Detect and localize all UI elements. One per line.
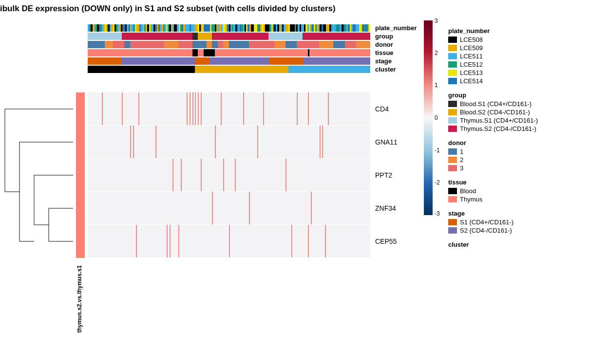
legend-label: Blood.S2 (CD4-/CD161-) [460, 109, 530, 116]
legend-label: Thymus [460, 196, 482, 203]
heatmap-row [88, 225, 370, 258]
legend-swatch [448, 227, 457, 234]
heatmap-row [88, 126, 370, 159]
column-annotation-tracks [88, 24, 370, 74]
heatmap-body [88, 92, 370, 258]
svg-rect-0 [424, 20, 433, 215]
gene-label: CD4 [375, 92, 398, 126]
legend-swatch [448, 126, 457, 132]
gene-labels: CD4 GNA11 PPT2 ZNF34 CEP55 [375, 92, 398, 258]
legend-swatch [448, 157, 457, 163]
legend-title: donor [448, 139, 538, 146]
legend-label: LCE509 [460, 44, 483, 52]
gene-label: GNA11 [375, 126, 398, 159]
legend-label: S1 (CD4+/CD161-) [460, 218, 513, 226]
legend-entry: Thymus [448, 196, 538, 203]
legend-swatch [448, 45, 457, 51]
legend-panel: plate_numberLCE508LCE509LCE511LCE512LCE5… [448, 20, 538, 250]
legend-entry: LCE511 [448, 53, 538, 60]
legend-entry: LCE513 [448, 69, 538, 76]
track-stage [88, 57, 370, 65]
colorbar: 3 2 1 0 -1 -2 -3 [424, 20, 434, 217]
heatmap-row [88, 192, 370, 225]
legend-entry: LCE509 [448, 44, 538, 52]
legend-label: 3 [460, 164, 463, 172]
legend-label: Thymus.S1 (CD4+/CD161-) [460, 117, 538, 124]
heatmap-row [88, 92, 370, 126]
legend-swatch [448, 53, 457, 59]
legend-entry: 1 [448, 148, 538, 155]
legend-swatch [448, 188, 457, 194]
legend-swatch [448, 70, 457, 76]
track-label: cluster [375, 66, 417, 74]
track-group [88, 33, 370, 40]
legend-swatch [448, 109, 457, 115]
legend-label: Blood.S1 (CD4+/CD161-) [460, 100, 532, 108]
legend-swatch [448, 219, 457, 225]
legend-label: Blood [460, 187, 476, 195]
legend-title: tissue [448, 179, 538, 186]
legend-swatch [448, 101, 457, 107]
track-donor [88, 41, 370, 48]
legend-label: S2 (CD4-/CD161-) [460, 227, 512, 234]
legend-swatch [448, 61, 457, 68]
legend-label: LCE513 [460, 69, 483, 76]
row-dendrogram [0, 92, 73, 258]
track-label: stage [375, 57, 417, 66]
row-annotation-label: thymus.s2.vs.thymus.s1 [76, 265, 85, 333]
track-label: group [375, 33, 417, 41]
legend-swatch [448, 165, 457, 171]
gene-label: PPT2 [375, 159, 398, 192]
legend-title: stage [448, 210, 538, 217]
legend-entry: LCE514 [448, 77, 538, 85]
legend-label: 2 [460, 156, 463, 164]
legend-label: LCE512 [460, 61, 483, 68]
legend-label: LCE508 [460, 36, 483, 43]
track-label: donor [375, 41, 417, 49]
legend-entry: 2 [448, 156, 538, 164]
legend-entry: S1 (CD4+/CD161-) [448, 218, 538, 226]
legend-swatch [448, 36, 457, 43]
gene-label: CEP55 [375, 225, 398, 258]
legend-swatch [448, 148, 457, 155]
track-plate-number [88, 24, 370, 32]
legend-title: cluster [448, 241, 538, 248]
legend-label: LCE514 [460, 77, 483, 85]
track-labels: plate_number group donor tissue stage cl… [375, 24, 417, 74]
legend-entry: Thymus.S1 (CD4+/CD161-) [448, 117, 538, 124]
gene-label: ZNF34 [375, 192, 398, 225]
track-tissue [88, 49, 370, 56]
legend-entry: LCE508 [448, 36, 538, 43]
page-title: ibulk DE expression (DOWN only) in S1 an… [0, 4, 336, 14]
track-label: tissue [375, 49, 417, 57]
legend-label: LCE511 [460, 53, 483, 60]
legend-label: Thymus.S2 (CD4-/CD161-) [460, 125, 536, 132]
legend-entry: Thymus.S2 (CD4-/CD161-) [448, 125, 538, 132]
track-label: plate_number [375, 24, 417, 33]
track-cluster [88, 66, 370, 73]
legend-entry: Blood.S2 (CD4-/CD161-) [448, 109, 538, 116]
legend-swatch [448, 78, 457, 84]
heatmap-row [88, 159, 370, 192]
legend-swatch [448, 196, 457, 202]
legend-entry: 3 [448, 164, 538, 172]
legend-label: 1 [460, 148, 463, 155]
legend-entry: LCE512 [448, 61, 538, 68]
legend-entry: Blood [448, 187, 538, 195]
legend-title: group [448, 91, 538, 99]
row-annotation-bar [76, 92, 85, 258]
legend-entry: S2 (CD4-/CD161-) [448, 227, 538, 234]
legend-entry: Blood.S1 (CD4+/CD161-) [448, 100, 538, 108]
legend-title: plate_number [448, 27, 538, 35]
legend-swatch [448, 117, 457, 124]
